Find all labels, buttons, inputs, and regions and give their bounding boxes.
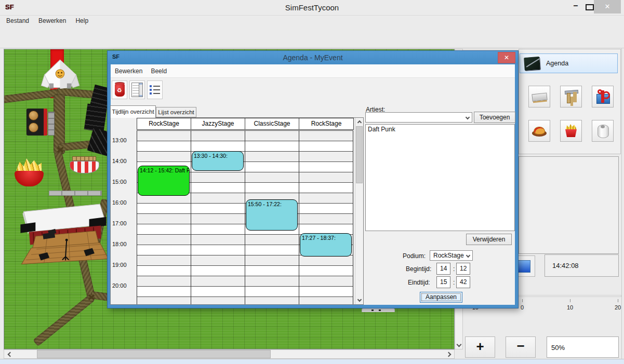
- schedule-event[interactable]: 14:12 - 15:42: Daft Punk: [138, 166, 190, 196]
- stage-gate-icon: [563, 89, 579, 104]
- time-label: 14:00: [112, 158, 135, 164]
- speaker-rig[interactable]: [78, 86, 111, 155]
- time-label: 16:00: [112, 199, 135, 206]
- gift-bow: [597, 89, 602, 94]
- time-label: 15:00: [112, 179, 135, 185]
- timeline-view-button[interactable]: [129, 80, 145, 99]
- ticket-booth[interactable]: [70, 156, 99, 174]
- festival-tent[interactable]: [39, 58, 81, 90]
- schedule-event[interactable]: 13:30 - 14:30:: [192, 151, 244, 171]
- scroll-left-icon[interactable]: [6, 350, 14, 358]
- app-window: SF SimFestTycoon – ✕ BestandBewerkenHelp: [0, 0, 624, 364]
- begin-minute-field[interactable]: 12: [456, 263, 470, 275]
- column-header: RockStage: [299, 118, 354, 130]
- agenda-button-label: Agenda: [546, 60, 568, 67]
- gift-icon: [595, 89, 610, 104]
- slider-tick-label: 10: [562, 304, 578, 311]
- time-colon: :: [453, 265, 455, 273]
- play-icon: [518, 260, 530, 273]
- info-panel: [519, 156, 619, 254]
- close-button[interactable]: ✕: [594, 0, 621, 14]
- dialog-close-button[interactable]: ✕: [498, 52, 515, 63]
- path-cross-mark: [56, 146, 64, 154]
- delete-event-button[interactable]: ♻: [112, 80, 127, 99]
- minimize-button[interactable]: –: [569, 1, 582, 12]
- dialog-menu-beeld[interactable]: Beeld: [147, 66, 171, 76]
- begin-time-label: Begintijd:: [406, 265, 431, 273]
- agenda-dialog: SF Agenda - MyEvent ✕ BewerkenBeeld ♻ Ti…: [108, 51, 518, 308]
- maximize-button[interactable]: [586, 4, 594, 10]
- end-minute-field[interactable]: 42: [456, 276, 470, 288]
- zoom-in-button[interactable]: +: [465, 336, 495, 358]
- shop-button-toilet-paper[interactable]: [592, 120, 614, 142]
- schedule-event[interactable]: 15:50 - 17:22:: [246, 199, 298, 230]
- time-label: 13:00: [112, 137, 135, 143]
- main-stage[interactable]: [19, 203, 108, 268]
- tent-roof-sliver: [362, 308, 395, 312]
- main-menubar: BestandBewerkenHelp: [0, 16, 624, 26]
- schedule-grid[interactable]: 14:12 - 15:42: Daft Punk13:30 - 14:30:15…: [137, 130, 353, 305]
- tab-timeline[interactable]: Tijdlijn overzicht: [110, 105, 156, 118]
- schedule-event[interactable]: 17:27 - 18:37:: [300, 233, 352, 257]
- dialog-menu-bewerken[interactable]: Bewerken: [111, 66, 147, 76]
- scroll-right-icon[interactable]: [445, 350, 452, 358]
- scroll-down-icon[interactable]: [356, 296, 363, 303]
- dialog-border: [108, 305, 518, 308]
- tab-list[interactable]: Lijst overzicht: [156, 107, 196, 117]
- end-hour-field[interactable]: 15: [436, 276, 450, 288]
- slider-tick: [618, 299, 618, 302]
- list-view-button[interactable]: [147, 80, 163, 99]
- scroll-up-icon[interactable]: [356, 119, 363, 126]
- grid-column-line: [137, 130, 137, 305]
- zoom-level-field[interactable]: 50%: [547, 336, 619, 358]
- menu-bewerken[interactable]: Bewerken: [34, 16, 70, 25]
- begin-hour-field[interactable]: 14: [436, 263, 450, 275]
- zoom-out-button[interactable]: −: [506, 336, 536, 358]
- column-header: RockStage: [137, 118, 191, 130]
- menu-bestand[interactable]: Bestand: [2, 16, 33, 25]
- clock-display: 14:42:08: [545, 254, 619, 277]
- dialog-menubar: BewerkenBeeld: [111, 64, 515, 78]
- dialog-titlebar[interactable]: SF Agenda - MyEvent ✕: [108, 51, 518, 64]
- burger-stand[interactable]: [26, 109, 47, 136]
- fries-icon: [563, 124, 579, 138]
- apply-button[interactable]: Aanpassen: [420, 292, 462, 303]
- agenda-button[interactable]: Agenda: [520, 53, 618, 73]
- shop-button-road-tile[interactable]: [528, 86, 550, 107]
- pizza-icon: [532, 124, 547, 138]
- fries-stand[interactable]: [14, 158, 45, 187]
- remove-artist-button[interactable]: Verwijderen: [466, 234, 512, 245]
- scrollbar-thumb[interactable]: [356, 126, 363, 183]
- dirt-path: [33, 294, 95, 347]
- map-horizontal-scrollbar[interactable]: [4, 349, 455, 359]
- wood-planks: [49, 191, 102, 196]
- podium-combobox[interactable]: RockStage: [430, 250, 473, 261]
- column-header: JazzyStage: [191, 118, 245, 130]
- window-titlebar[interactable]: SF SimFestTycoon – ✕: [0, 0, 624, 16]
- shop-grid: [520, 86, 621, 153]
- dialog-title: Agenda - MyEvent: [108, 53, 518, 62]
- artist-listbox[interactable]: Daft Punk: [365, 124, 515, 231]
- time-gutter: 13:0014:0015:0016:0017:0018:0019:0020:00: [111, 118, 137, 304]
- grid-column-line: [353, 130, 353, 305]
- scroll-down-icon[interactable]: [455, 341, 462, 348]
- menu-help[interactable]: Help: [71, 16, 92, 25]
- zoom-level-value: 50%: [551, 344, 565, 352]
- shop-button-gift[interactable]: [592, 86, 614, 107]
- dialog-border: [515, 64, 518, 305]
- artist-list-item[interactable]: Daft Punk: [366, 125, 514, 134]
- artist-combobox[interactable]: [365, 112, 472, 123]
- scrollbar-thumb[interactable]: [37, 350, 271, 358]
- chevron-down-icon: [466, 253, 470, 258]
- time-label: 18:00: [112, 241, 135, 247]
- road-tile-icon: [532, 89, 547, 104]
- shop-button-stage-gate[interactable]: [560, 86, 582, 107]
- grid-column-line: [191, 130, 191, 305]
- shop-button-pizza[interactable]: [528, 120, 550, 142]
- column-header: ClassicStage: [245, 118, 299, 130]
- add-artist-button[interactable]: Toevoegen: [474, 112, 515, 123]
- grid-column-line: [299, 130, 299, 305]
- clock-value: 14:42:08: [552, 262, 579, 269]
- shop-button-fries[interactable]: [560, 120, 582, 142]
- schedule-scrollbar[interactable]: [355, 118, 364, 304]
